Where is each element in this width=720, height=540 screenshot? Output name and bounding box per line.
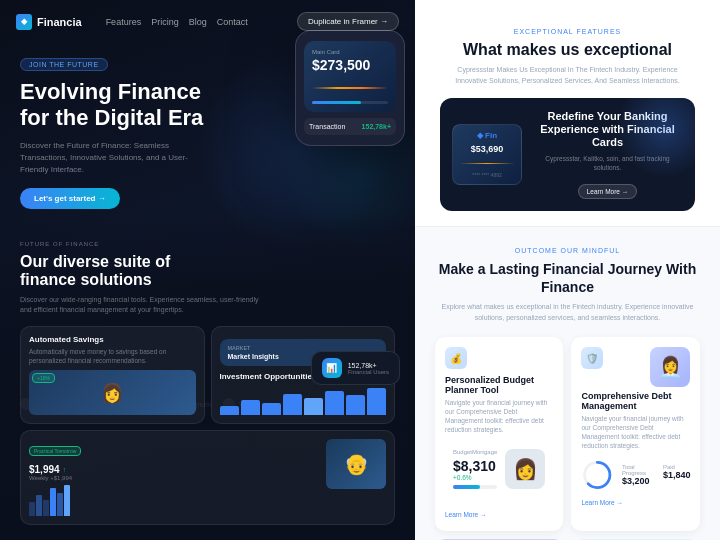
phone-stat: Transaction 152,78k+ [304,118,396,135]
nav-pricing[interactable]: Pricing [151,17,179,27]
mwc-bar-2 [36,495,42,516]
debt-image: 👩‍💼 [650,347,690,387]
logo-icon: ◆ [16,14,32,30]
phone-card: Main Card $273,500 [304,41,396,112]
bank-card-desc: Cypressstar, Kalitko, soin, and fast tra… [532,154,683,172]
debt-learn-more[interactable]: Learn More → [581,499,690,506]
logo-text: Financia [37,16,82,28]
bcm-number: **** **** 4892 [459,172,515,178]
feature-cards-row: 💰 Personalized Budget Planner Tool Navig… [435,337,700,530]
budget-widget-labels: Budget Mortgage [453,449,497,455]
bank-card-title: Redefine Your Banking Experience with Fi… [532,110,683,150]
hero-description: Discover the Future of Finance: Seamless… [20,140,200,176]
finance-title-l1: Our diverse suite of [20,253,170,270]
nav-contact[interactable]: Contact [217,17,248,27]
hero-title-line2: for the Digital Era [20,105,203,130]
debt-label-paid: Paid [663,464,675,470]
mwc-bar-6 [64,485,70,517]
investment-chart [220,385,387,415]
chart-bar-6 [325,391,344,415]
budget-widget-left: Budget Mortgage $8,310 +0.6% [453,449,497,489]
mwc-bar-4 [50,488,56,516]
budget-title: Personalized Budget Planner Tool [445,375,553,395]
card-signature [312,77,388,97]
budget-icon: 💰 [445,347,467,369]
debt-paid-val: $1,840 [663,470,691,480]
phone-frame: Main Card $273,500 Transaction 152,78k+ [295,30,405,146]
float-card-value: 152,78k+ [348,362,389,369]
hero-title-line1: Evolving Finance [20,79,201,104]
duplicate-button[interactable]: Duplicate in Framer → [297,12,399,31]
market-label: Market [228,345,379,351]
stat-value: 152,78k+ [362,123,391,130]
budget-amount: $8,310 [453,458,497,474]
debt-progress: Total Progress $3,200 Paid $1,840 [581,457,690,493]
chart-bar-2 [241,400,260,415]
savings-card: Automated Savings Automatically move mon… [20,326,205,424]
chart-bar-7 [346,395,365,415]
hero-badge: JOIN THE FUTURE [20,58,108,71]
budget-label: Budget [453,449,472,455]
bank-card-mini: ◆ Fin $53,690 **** **** 4892 [452,124,522,185]
practical-value: $1,994 [29,464,60,475]
practical-trend: ↑ [63,466,67,473]
debt-paid: Paid $1,840 [663,464,691,486]
practical-card: Practical Tomorrow $1,994 ↑ Weekly +$1,9… [20,430,395,525]
nav-features[interactable]: Features [106,17,142,27]
phone-mockup: Main Card $273,500 Transaction 152,78k+ [265,30,415,146]
float-card-content: 152,78k+ Financial Users [348,362,389,375]
finance-title-l2: finance solutions [20,271,152,288]
mwc-bar-1 [29,502,35,516]
exceptional-section: EXCEPTIONAL FEATURES What makes us excep… [415,0,720,227]
float-card-icon: 📊 [322,358,342,378]
logo[interactable]: ◆ Financia [16,14,82,30]
bcm-signature [459,157,515,169]
budget-bar-fill [453,485,480,489]
chart-bar-1 [220,406,239,415]
mwc-bar-3 [43,500,49,516]
stat-label: Transaction [309,123,345,130]
progress-circle [581,457,614,493]
debt-title: Comprehensive Debt Management [581,391,690,411]
card-amount: $273,500 [312,57,388,73]
journey-title: Make a Lasting Financial Journey With Fi… [435,260,700,296]
bcm-amount: $53,690 [459,144,515,154]
journey-desc: Explore what makes us exceptional in the… [435,302,700,323]
finance-badge: FUTURE OF FINANCE [20,241,99,247]
practical-card-content: Practical Tomorrow $1,994 ↑ Weekly +$1,9… [29,439,318,516]
practical-chart [29,481,318,516]
budget-widget-image: 👩 [505,449,545,489]
debt-icon: 🛡️ [581,347,603,369]
budget-learn-more[interactable]: Learn More → [445,511,487,518]
chart-bar-5 [304,398,323,415]
debt-label-total: Total Progress [622,464,646,476]
exceptional-desc: Cypressstar Makes Us Exceptional In The … [448,65,688,86]
right-panel: EXCEPTIONAL FEATURES What makes us excep… [415,0,720,540]
debt-total: Total Progress $3,200 [622,464,653,486]
debt-amounts: Total Progress $3,200 Paid $1,840 [622,464,691,486]
finance-title: Our diverse suite of finance solutions [20,253,395,289]
bcm-sig-line [459,163,515,165]
bank-card-visual: ◆ Fin $53,690 **** **** 4892 [452,124,522,185]
mwc-bar-5 [57,493,63,516]
savings-card-title: Automated Savings [29,335,196,344]
chart-bar-3 [262,403,281,415]
practical-stat: $1,994 ↑ [29,464,318,475]
bank-card-learn-more[interactable]: Learn More → [578,184,638,199]
journey-badge: OUTCOME OUR MINDFUL [435,247,700,254]
journey-section: OUTCOME OUR MINDFUL Make a Lasting Finan… [415,227,720,540]
bcm-logo: ◆ Fin [459,131,515,140]
mortgage-label: Mortgage [472,449,497,455]
left-panel: ◆ Financia Features Pricing Blog Contact… [0,0,415,540]
budget-bar [453,485,497,489]
nav-blog[interactable]: Blog [189,17,207,27]
practical-image: 👴 [326,439,386,489]
card-progress-fill [312,101,361,104]
chart-bar-8 [367,388,386,415]
navbar: ◆ Financia Features Pricing Blog Contact… [0,0,415,43]
card-label: Main Card [312,49,388,55]
float-card: 📊 152,78k+ Financial Users [311,351,400,385]
hero-cta-button[interactable]: Let's get started → [20,188,120,209]
budget-change: +0.6% [453,474,497,481]
savings-card-desc: Automatically move money to savings base… [29,347,196,365]
